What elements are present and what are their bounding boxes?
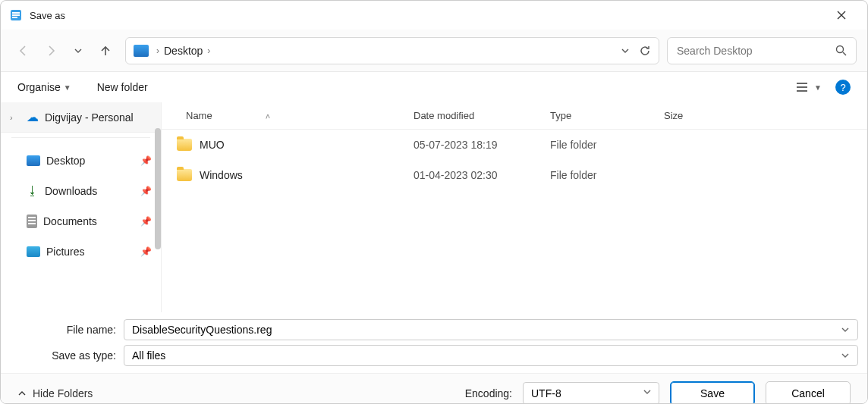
folder-icon <box>177 139 192 151</box>
save-form: File name: Save as type: All files <box>1 312 867 373</box>
encoding-label: Encoding: <box>465 387 512 399</box>
file-date: 01-04-2023 02:30 <box>414 169 550 181</box>
column-size[interactable]: Size <box>664 110 740 121</box>
breadcrumb-location[interactable]: Desktop <box>164 45 203 57</box>
column-date[interactable]: Date modified <box>414 110 550 121</box>
downloads-icon: ⭳ <box>27 184 39 198</box>
recent-dropdown[interactable] <box>66 39 90 63</box>
sidebar: › ☁ Digvijay - Personal Desktop 📌 ⭳ Down… <box>1 102 162 312</box>
file-row[interactable]: Windows 01-04-2023 02:30 File folder <box>162 160 867 190</box>
sidebar-scrollbar[interactable] <box>155 128 161 249</box>
encoding-value: UTF-8 <box>531 387 561 399</box>
save-button[interactable]: Save <box>670 381 755 405</box>
window-title: Save as <box>30 10 825 21</box>
column-name-label: Name <box>186 110 212 121</box>
help-button[interactable]: ? <box>835 80 851 95</box>
savetype-dropdown[interactable] <box>841 351 850 360</box>
pin-icon: 📌 <box>140 186 152 196</box>
file-row[interactable]: MUO 05-07-2023 18:19 File folder <box>162 130 867 160</box>
sidebar-item-desktop[interactable]: Desktop 📌 <box>1 146 161 176</box>
sidebar-item-downloads[interactable]: ⭳ Downloads 📌 <box>1 176 161 206</box>
svg-rect-1 <box>12 12 20 14</box>
close-button[interactable] <box>825 2 858 29</box>
footer: Hide Folders Encoding: UTF-8 Save Cancel <box>1 373 867 404</box>
new-folder-button[interactable]: New folder <box>97 81 148 93</box>
address-bar[interactable]: › Desktop › <box>125 37 659 64</box>
filename-input[interactable] <box>132 324 841 336</box>
chevron-up-icon <box>17 389 27 398</box>
back-button[interactable] <box>11 39 36 63</box>
encoding-select-wrap: UTF-8 <box>523 382 659 405</box>
onedrive-icon: ☁ <box>27 110 39 124</box>
filename-label: File name: <box>10 324 124 336</box>
file-type: File folder <box>550 169 664 181</box>
pin-icon: 📌 <box>140 246 152 257</box>
up-button[interactable] <box>93 39 118 63</box>
refresh-button[interactable] <box>639 45 651 57</box>
desktop-icon <box>27 155 40 166</box>
sort-indicator-icon: ʌ <box>266 111 270 120</box>
search-input[interactable] <box>677 45 835 57</box>
search-icon[interactable] <box>835 45 847 56</box>
title-bar: Save as <box>1 1 867 30</box>
file-type: File folder <box>550 139 664 151</box>
main-area: › ☁ Digvijay - Personal Desktop 📌 ⭳ Down… <box>1 102 867 312</box>
navigation-row: › Desktop › <box>1 30 867 72</box>
savetype-value: All files <box>132 349 841 362</box>
breadcrumb-separator[interactable]: › <box>207 45 210 56</box>
search-box[interactable] <box>667 37 857 64</box>
hide-folders-label: Hide Folders <box>33 387 93 399</box>
sidebar-item-label: Downloads <box>45 185 97 197</box>
nav-buttons <box>11 39 118 63</box>
cancel-button[interactable]: Cancel <box>766 381 851 405</box>
pin-icon: 📌 <box>140 216 152 227</box>
organise-menu[interactable]: Organise ▼ <box>17 81 71 93</box>
savetype-label: Save as type: <box>10 349 124 362</box>
sidebar-item-pictures[interactable]: Pictures 📌 <box>1 236 161 267</box>
breadcrumb-separator: › <box>156 45 159 56</box>
svg-rect-2 <box>12 14 20 16</box>
savetype-field[interactable]: All files <box>124 345 858 366</box>
sidebar-account[interactable]: › ☁ Digvijay - Personal <box>1 102 161 133</box>
svg-point-4 <box>837 46 844 53</box>
file-name: MUO <box>200 139 225 151</box>
pin-icon: 📌 <box>140 155 152 166</box>
encoding-select[interactable]: UTF-8 <box>523 382 659 405</box>
sidebar-item-label: Documents <box>43 215 97 227</box>
filename-dropdown[interactable] <box>841 325 850 334</box>
sidebar-separator <box>11 137 150 138</box>
app-icon <box>10 9 22 21</box>
toolbar: Organise ▼ New folder ▼ ? <box>1 72 867 102</box>
documents-icon <box>27 215 37 228</box>
address-dropdown[interactable] <box>621 46 630 55</box>
file-list: Nameʌ Date modified Type Size MUO 05-07-… <box>162 102 867 312</box>
column-name[interactable]: Nameʌ <box>162 110 414 121</box>
folder-icon <box>177 169 192 181</box>
forward-button[interactable] <box>39 39 63 63</box>
pictures-icon <box>27 246 40 257</box>
column-headers: Nameʌ Date modified Type Size <box>162 102 867 130</box>
svg-rect-3 <box>12 17 17 18</box>
sidebar-account-label: Digvijay - Personal <box>45 111 134 124</box>
sidebar-item-label: Desktop <box>46 155 85 167</box>
column-type[interactable]: Type <box>550 110 664 121</box>
file-date: 05-07-2023 18:19 <box>414 139 550 151</box>
view-menu[interactable]: ▼ <box>796 82 822 92</box>
organise-label: Organise <box>17 81 61 93</box>
chevron-right-icon: › <box>10 113 20 122</box>
desktop-icon <box>134 45 149 57</box>
sidebar-item-label: Pictures <box>46 246 85 258</box>
filename-field[interactable] <box>124 319 858 340</box>
file-name: Windows <box>200 169 243 181</box>
hide-folders-button[interactable]: Hide Folders <box>17 387 93 399</box>
sidebar-item-documents[interactable]: Documents 📌 <box>1 206 161 236</box>
